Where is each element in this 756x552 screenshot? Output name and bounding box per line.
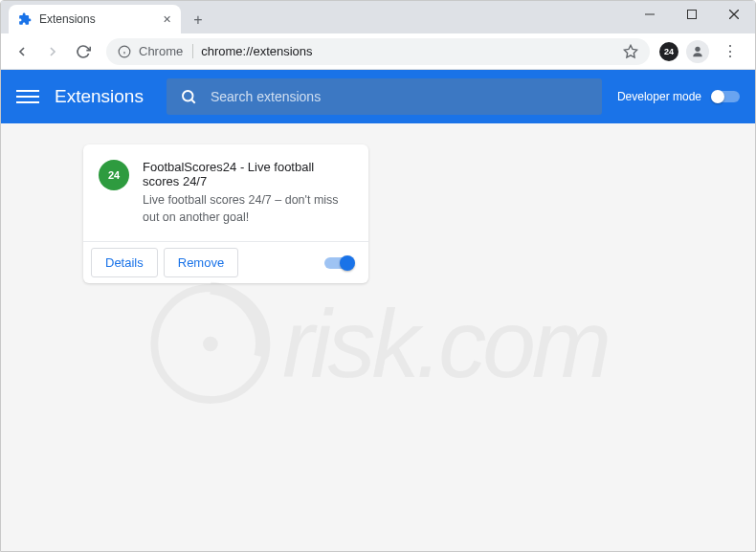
url-text: chrome://extensions — [201, 44, 312, 58]
extension-enable-toggle[interactable] — [324, 257, 353, 269]
extension-badge-icon[interactable]: 24 — [659, 42, 678, 61]
svg-marker-7 — [624, 45, 636, 57]
maximize-button[interactable] — [671, 1, 713, 28]
tab-title: Extensions — [39, 12, 96, 26]
extension-card: 24 FootbalScores24 - Live football score… — [83, 144, 368, 283]
browser-tab[interactable]: Extensions ✕ — [9, 5, 181, 33]
back-button[interactable] — [9, 38, 35, 65]
svg-point-8 — [695, 46, 700, 51]
address-bar[interactable]: Chrome chrome://extensions — [106, 38, 650, 65]
extension-icon: 24 — [99, 160, 129, 190]
svg-point-11 — [154, 288, 266, 400]
minimize-button[interactable] — [629, 1, 671, 28]
star-icon[interactable] — [623, 44, 638, 59]
puzzle-icon — [18, 12, 32, 26]
svg-point-9 — [183, 91, 193, 101]
details-button[interactable]: Details — [91, 248, 158, 277]
developer-mode-toggle[interactable] — [711, 91, 740, 102]
content-area: 24 FootbalScores24 - Live football score… — [1, 123, 755, 551]
search-input[interactable] — [211, 89, 589, 104]
extension-description: Live football scores 24/7 – don't miss o… — [143, 192, 353, 226]
search-container — [167, 78, 602, 115]
watermark-logo-icon — [148, 281, 273, 406]
browser-toolbar: Chrome chrome://extensions 24 ⋮ — [1, 33, 755, 70]
svg-rect-1 — [688, 11, 697, 19]
extension-name: FootbalScores24 - Live football scores 2… — [143, 160, 353, 188]
window-titlebar: Extensions ✕ + — [1, 1, 755, 33]
hamburger-menu-button[interactable] — [16, 90, 39, 103]
new-tab-button[interactable]: + — [185, 7, 211, 33]
svg-point-12 — [207, 340, 214, 347]
info-icon — [118, 45, 131, 58]
developer-mode-label: Developer mode — [617, 90, 701, 103]
menu-button[interactable]: ⋮ — [717, 42, 744, 60]
forward-button[interactable] — [39, 38, 66, 65]
remove-button[interactable]: Remove — [164, 248, 238, 277]
profile-button[interactable] — [686, 40, 709, 63]
url-scheme-label: Chrome — [139, 44, 193, 58]
close-tab-icon[interactable]: ✕ — [163, 13, 171, 26]
search-icon — [180, 88, 197, 105]
close-window-button[interactable] — [713, 1, 755, 28]
page-title: Extensions — [55, 86, 144, 107]
reload-button[interactable] — [70, 38, 97, 65]
extensions-header: Extensions Developer mode — [1, 70, 755, 123]
watermark: risk.com — [148, 281, 608, 406]
svg-line-10 — [191, 99, 194, 102]
